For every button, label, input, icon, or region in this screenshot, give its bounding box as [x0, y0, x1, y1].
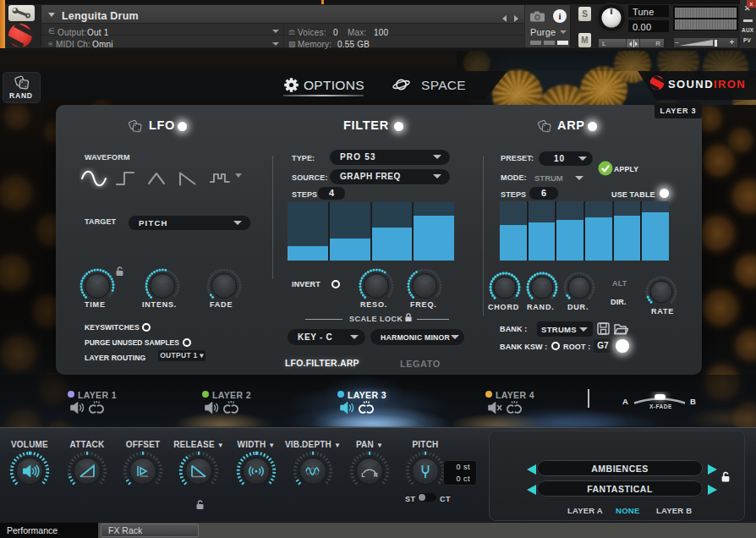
svg-text:L: L: [362, 472, 365, 478]
svg-text:R: R: [374, 472, 378, 478]
